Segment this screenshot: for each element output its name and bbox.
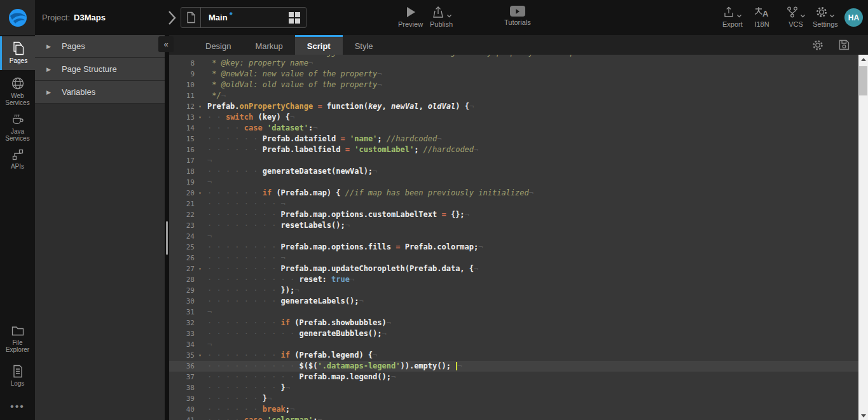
code-text: * @newVal: new value of the property¬ — [207, 69, 382, 80]
editor-region: Design Markup Script Style 7 * this meth… — [169, 35, 868, 420]
code-line-10[interactable]: 10 * @oldVal: old value of the property¬ — [169, 80, 858, 90]
editor-settings-gear-icon[interactable] — [811, 39, 824, 52]
vcs-button[interactable]: VCS — [786, 6, 806, 28]
code-line-39[interactable]: 39· · · · · · }¬ — [169, 393, 858, 404]
panel-collapse-button[interactable]: « — [158, 36, 174, 52]
code-line-21[interactable]: 21· · · · · · · · ¬ — [169, 199, 858, 209]
code-line-16[interactable]: 16· · · · · · Prefab.labelfield = 'custo… — [169, 144, 858, 155]
code-line-22[interactable]: 22· · · · · · · · Prefab.map.options.cus… — [169, 209, 858, 220]
tab-script[interactable]: Script — [295, 35, 343, 55]
top-bar: Project: D3Maps Main * Preview — [0, 0, 868, 35]
code-line-38[interactable]: 38· · · · · · · · }¬ — [169, 382, 858, 393]
code-line-23[interactable]: 23· · · · · · · · resetLabels();¬ — [169, 220, 858, 231]
open-page-tab[interactable]: Main * — [181, 7, 307, 28]
line-number: 22 — [169, 209, 198, 220]
chevron-down-icon — [829, 14, 835, 18]
code-line-41[interactable]: 41· · · · case 'colormap':¬ — [169, 415, 858, 420]
code-line-31[interactable]: 31¬ — [169, 307, 858, 318]
export-button[interactable]: Export — [722, 6, 743, 28]
code-line-15[interactable]: 15· · · · · · Prefab.datafield = 'name';… — [169, 134, 858, 144]
fold-gutter — [198, 134, 207, 144]
code-line-17[interactable]: 17¬ — [169, 155, 858, 166]
editor-scrollbar[interactable] — [858, 55, 868, 420]
sidebar-item-java-services[interactable]: Java Services — [0, 107, 35, 143]
fold-arrow-icon[interactable]: ▾ — [198, 263, 207, 274]
code-line-9[interactable]: 9 * @newVal: new value of the property¬ — [169, 69, 858, 80]
left-sidebar: Pages Web Services Java Services APIs — [0, 35, 35, 420]
scroll-down-arrow[interactable] — [858, 411, 868, 420]
sidebar-item-web-services[interactable]: Web Services — [0, 71, 35, 107]
code-text: · · · · · · break;¬ — [207, 404, 294, 415]
settings-button[interactable]: Settings — [813, 6, 838, 28]
sidebar-item-logs[interactable]: Logs — [0, 360, 35, 390]
code-line-19[interactable]: 19¬ — [169, 177, 858, 188]
wavemaker-logo[interactable] — [0, 0, 35, 35]
code-line-20[interactable]: 20▾· · · · · · if (Prefab.map) { //if ma… — [169, 188, 858, 199]
grid-icon — [289, 12, 300, 24]
code-line-34[interactable]: 34¬ — [169, 339, 858, 350]
fold-arrow-icon[interactable]: ▾ — [198, 188, 207, 199]
translate-icon: A — [754, 6, 769, 18]
code-text: · · · · · · · · resetLabels();¬ — [207, 220, 350, 231]
chevron-down-icon — [446, 14, 452, 18]
accordion-variables[interactable]: ▶ Variables — [35, 81, 165, 104]
code-line-35[interactable]: 35▾· · · · · · · · if (Prefab.legend) {¬ — [169, 350, 858, 361]
line-number: 11 — [169, 90, 198, 101]
code-line-8[interactable]: 8 * @key: property name¬ — [169, 58, 858, 69]
code-line-29[interactable]: 29· · · · · · · · });¬ — [169, 285, 858, 296]
script-code-editor[interactable]: 7 * this method will be triggered when t… — [169, 55, 858, 420]
tab-design[interactable]: Design — [193, 35, 243, 55]
chevron-down-icon — [736, 14, 742, 18]
line-number: 16 — [169, 144, 198, 155]
code-line-26[interactable]: 26· · · · · · · · ¬ — [169, 253, 858, 263]
publish-button[interactable]: Publish — [430, 6, 453, 28]
i18n-button[interactable]: A I18N — [754, 6, 769, 28]
panel-scrollbar-thumb[interactable] — [166, 221, 168, 255]
code-line-37[interactable]: 37· · · · · · · · · · Prefab.map.legend(… — [169, 372, 858, 382]
code-line-40[interactable]: 40· · · · · · break;¬ — [169, 404, 858, 415]
fold-arrow-icon[interactable]: ▾ — [198, 101, 207, 112]
sidebar-item-label: Web Services — [0, 92, 35, 106]
code-line-14[interactable]: 14· · · · case 'dataset':¬ — [169, 123, 858, 134]
code-line-13[interactable]: 13▾· · switch (key) {¬ — [169, 112, 858, 123]
user-avatar[interactable]: HA — [844, 8, 863, 27]
code-line-30[interactable]: 30· · · · · · · · generateLabels();¬ — [169, 296, 858, 307]
code-line-28[interactable]: 28· · · · · · · · · · reset: true¬ — [169, 274, 858, 285]
sidebar-item-pages[interactable]: Pages — [0, 36, 35, 70]
code-line-33[interactable]: 33· · · · · · · · · · generateBubbles();… — [169, 328, 858, 339]
accordion-page-structure[interactable]: ▶ Page Structure — [35, 58, 165, 81]
line-number: 19 — [169, 177, 198, 188]
accordion-pages[interactable]: ▶ Pages — [35, 35, 165, 58]
fold-gutter — [198, 177, 207, 188]
sidebar-more-button[interactable]: ••• — [0, 401, 35, 412]
publish-icon — [431, 6, 445, 18]
scroll-up-arrow[interactable] — [858, 55, 868, 64]
code-line-12[interactable]: 12▾Prefab.onPropertyChange = function(ke… — [169, 101, 858, 112]
sidebar-item-apis[interactable]: APIs — [0, 143, 35, 172]
line-number: 26 — [169, 253, 198, 263]
pages-grid-button[interactable] — [289, 12, 300, 24]
tutorials-button[interactable]: Tutorials — [504, 6, 531, 26]
tab-style[interactable]: Style — [343, 35, 385, 55]
code-line-25[interactable]: 25· · · · · · · · Prefab.map.options.fil… — [169, 242, 858, 253]
code-text: ¬ — [207, 231, 212, 242]
code-text: · · · · · · · · · · Prefab.map.legend();… — [207, 372, 396, 382]
editor-scrollbar-thumb[interactable] — [859, 66, 867, 95]
fold-arrow-icon[interactable]: ▾ — [198, 112, 207, 123]
code-line-11[interactable]: 11 */¬ — [169, 90, 858, 101]
code-line-32[interactable]: 32· · · · · · · · if (Prefab.showbubbles… — [169, 318, 858, 328]
code-line-18[interactable]: 18· · · · · · generateDataset(newVal);¬ — [169, 166, 858, 177]
svg-text:A: A — [762, 9, 769, 18]
preview-label: Preview — [398, 20, 423, 28]
tab-markup[interactable]: Markup — [243, 35, 294, 55]
code-text: ¬ — [207, 339, 212, 350]
code-line-36[interactable]: 36· · · · · · · · · · $($('.datamaps-leg… — [169, 361, 858, 372]
code-line-24[interactable]: 24¬ — [169, 231, 858, 242]
folder-icon — [11, 325, 25, 337]
preview-button[interactable]: Preview — [398, 6, 423, 28]
code-line-27[interactable]: 27▾· · · · · · · · Prefab.map.updateChor… — [169, 263, 858, 274]
save-icon[interactable] — [838, 39, 850, 51]
sidebar-item-file-explorer[interactable]: File Explorer — [0, 319, 35, 356]
pages-icon — [12, 41, 25, 55]
fold-arrow-icon[interactable]: ▾ — [198, 350, 207, 361]
